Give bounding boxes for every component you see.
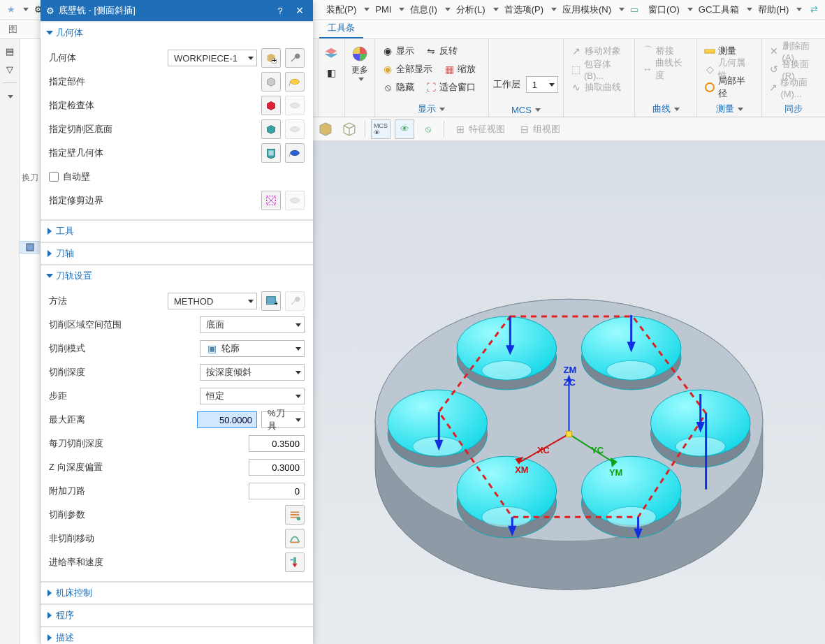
maxdist-input[interactable] (197, 411, 257, 428)
more-label[interactable]: 更多 (351, 64, 368, 76)
layer-edit-icon[interactable]: ◧ (326, 67, 337, 78)
3d-viewport[interactable]: ZM ZC XC XM YC YM (313, 141, 825, 644)
rail-nav-icon[interactable]: ▤ (2, 43, 17, 59)
extra-input[interactable] (249, 483, 305, 499)
dialog-titlebar[interactable]: ⚙ 底壁铣 - [侧面斜插] ? × (41, 0, 313, 21)
menu-info[interactable]: 信息(I) (406, 2, 441, 17)
autowall-check-input[interactable] (49, 172, 59, 182)
group-display-title: 显示 (418, 103, 436, 115)
svg-point-7 (291, 103, 300, 108)
color-wheel-icon[interactable] (351, 45, 369, 63)
svg-point-30 (676, 437, 725, 456)
btn-show-all[interactable]: ◉全部显示 (379, 62, 435, 76)
method-wrench-icon[interactable] (285, 291, 305, 311)
tree-selected-row[interactable] (20, 241, 40, 254)
dropdown-arrow-icon[interactable] (23, 8, 29, 11)
trim-select-icon[interactable] (261, 191, 281, 210)
noncut-icon[interactable] (285, 529, 305, 548)
depth-label: 切削深度 (49, 366, 196, 379)
ribbon-tab-toolbar[interactable]: 工具条 (319, 19, 363, 38)
menu-analysis[interactable]: 分析(L) (452, 2, 490, 17)
group-curve-title: 曲线 (652, 103, 671, 115)
tree-tab-changeknife[interactable]: 换刀 (20, 169, 41, 186)
menu-window[interactable]: 窗口(O) (644, 2, 684, 17)
maxdist-unit-combo[interactable]: %刀具 (261, 411, 305, 428)
ribbon-group-curve: ↗移动对象 ⬚包容体(B)... ∿抽取曲线 (564, 39, 635, 117)
btn-group-view[interactable]: ⊟组视图 (514, 119, 565, 139)
method-combo[interactable]: METHOD (168, 293, 257, 309)
geom-wrench-icon[interactable] (285, 48, 305, 68)
part-display-icon[interactable] (285, 72, 305, 92)
ribbon-tab-view[interactable]: 图 (0, 20, 26, 38)
wall-display-icon[interactable] (285, 143, 305, 163)
menu-help[interactable]: 帮助(H) (754, 2, 793, 17)
noncut-label: 非切削移动 (49, 532, 281, 545)
perdepth-input[interactable] (249, 435, 305, 452)
check-display-icon[interactable] (285, 96, 305, 115)
btn-move-face[interactable]: ↗移动面(M)... (766, 75, 821, 100)
section-axis-header[interactable]: 刀轴 (41, 243, 313, 264)
ribbon-group-stack: ◧ (319, 39, 345, 117)
section-tool: 工具 (41, 219, 313, 242)
cutfloor-select-icon[interactable] (261, 119, 281, 139)
geom-new-icon[interactable]: + (261, 48, 281, 68)
axis-zm: ZM (564, 365, 577, 375)
spatial-combo[interactable]: 底面 (200, 316, 305, 333)
section-path-header[interactable]: 刀轨设置 (41, 265, 313, 286)
rail-dropdown-icon[interactable] (2, 89, 17, 104)
close-button[interactable]: × (292, 3, 307, 18)
btn-zoom[interactable]: ▦缩放 (441, 62, 479, 76)
mcs-icon[interactable]: MCS👁 (371, 119, 390, 139)
btn-extract[interactable]: ∿抽取曲线 (568, 80, 624, 94)
view-hidden-icon[interactable]: ⦸ (418, 119, 438, 139)
section-program-header[interactable]: 程序 (41, 605, 313, 626)
btn-local-rad[interactable]: 局部半径 (701, 74, 757, 101)
model-svg: ZM ZC XC XM YC YM (313, 141, 825, 644)
view-shaded-icon[interactable]: 👁 (395, 119, 414, 139)
axis-ym: YM (609, 467, 622, 478)
autowall-checkbox[interactable]: 自动壁 (49, 170, 90, 183)
worklayer-combo[interactable]: 1 (526, 76, 558, 93)
view-wire-icon[interactable] (340, 119, 359, 139)
feed-icon[interactable] (285, 552, 305, 572)
step-combo[interactable]: 恒定 (200, 388, 305, 404)
btn-show[interactable]: ◉显示 (379, 44, 417, 58)
cutparam-icon[interactable] (285, 505, 305, 525)
menu-assembly[interactable]: 装配(P) (322, 2, 360, 17)
btn-hide[interactable]: ⦸隐藏 (379, 80, 417, 94)
menu-gc-toolbox[interactable]: GC工具箱 (694, 2, 744, 17)
menu-app-module[interactable]: 应用模块(N) (558, 2, 615, 17)
section-axis: 刀轴 (41, 242, 313, 264)
section-desc-header[interactable]: 描述 (41, 627, 313, 644)
cutfloor-display-icon[interactable] (285, 119, 305, 139)
layer-icon[interactable] (323, 46, 339, 61)
btn-feature-view[interactable]: ⊞特征视图 (450, 119, 510, 139)
floor-wall-mill-dialog: ⚙ 底壁铣 - [侧面斜插] ? × 几何体 几何体 WORKPIECE-1 +… (41, 0, 313, 644)
check-select-icon[interactable] (261, 96, 281, 115)
part-select-icon[interactable] (261, 72, 281, 92)
section-geometry-header[interactable]: 几何体 (41, 22, 313, 43)
wall-select-icon[interactable] (261, 143, 281, 163)
svg-point-9 (291, 150, 300, 155)
btn-curvelen[interactable]: ↔曲线长度 (639, 56, 692, 82)
view-cube-icon[interactable] (316, 119, 335, 139)
method-new-icon[interactable]: + (261, 291, 281, 311)
menu-preferences[interactable]: 首选项(P) (500, 2, 548, 17)
section-machine-header[interactable]: 机床控制 (41, 583, 313, 603)
rail-funnel-icon[interactable]: ▽ (2, 61, 17, 77)
svg-point-24 (606, 360, 656, 380)
switch-icon[interactable]: ⇄ (806, 3, 822, 16)
section-tool-header[interactable]: 工具 (41, 221, 313, 242)
btn-invert[interactable]: ⇋反转 (423, 44, 460, 58)
help-button[interactable]: ? (272, 3, 288, 18)
mode-combo[interactable]: ▣轮廓 (200, 340, 305, 357)
zoffset-input[interactable] (249, 459, 305, 476)
star-icon[interactable]: ★ (3, 3, 20, 16)
gear-icon[interactable]: ⚙ (46, 6, 54, 16)
btn-move-obj[interactable]: ↗移动对象 (568, 44, 624, 58)
menu-pmi[interactable]: PMI (371, 3, 395, 16)
depth-combo[interactable]: 按深度倾斜 (200, 364, 305, 381)
geom-body-combo[interactable]: WORKPIECE-1 (168, 50, 257, 66)
trim-display-icon[interactable] (285, 191, 305, 210)
btn-fit-window[interactable]: ⛶适合窗口 (423, 80, 479, 94)
